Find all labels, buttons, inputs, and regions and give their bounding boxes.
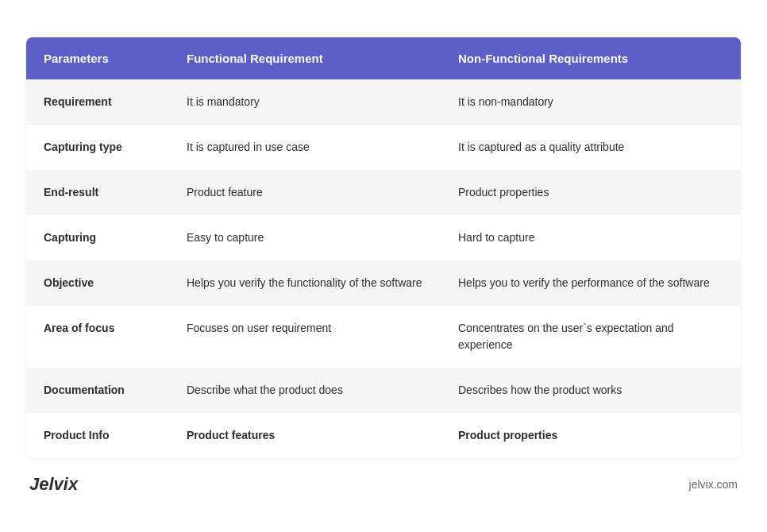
cell-non-functional: It is non-mandatory: [441, 79, 741, 125]
cell-param: Documentation: [26, 368, 169, 413]
cell-non-functional: It is captured as a quality attribute: [441, 125, 741, 170]
page-wrapper: Parameters Functional Requirement Non-Fu…: [26, 37, 741, 495]
cell-functional: Easy to capture: [169, 215, 441, 260]
cell-param: End-result: [26, 170, 169, 215]
col-header-functional: Functional Requirement: [169, 37, 441, 79]
table-row: DocumentationDescribe what the product d…: [26, 368, 741, 413]
cell-param: Objective: [26, 260, 169, 306]
cell-non-functional: Concentrates on the user`s expectation a…: [441, 306, 741, 368]
brand-name: Jelvix: [29, 474, 78, 495]
cell-non-functional: Product properties: [441, 170, 741, 215]
cell-param: Capturing type: [26, 125, 169, 170]
cell-functional: It is mandatory: [169, 79, 441, 125]
table-row: RequirementIt is mandatoryIt is non-mand…: [26, 79, 741, 125]
cell-param: Requirement: [26, 79, 169, 125]
cell-functional: It is captured in use case: [169, 125, 441, 170]
cell-param: Capturing: [26, 215, 169, 260]
col-header-parameters: Parameters: [26, 37, 169, 79]
table-row: Product InfoProduct featuresProduct prop…: [26, 413, 741, 458]
cell-functional: Describe what the product does: [169, 368, 441, 413]
table-row: CapturingEasy to captureHard to capture: [26, 215, 741, 260]
cell-param: Area of focus: [26, 306, 169, 368]
footer-url: jelvix.com: [689, 478, 738, 491]
cell-non-functional: Helps you to verify the performance of t…: [441, 260, 741, 306]
cell-non-functional: Product properties: [441, 413, 741, 458]
col-header-non-functional: Non-Functional Requirements: [441, 37, 741, 79]
cell-non-functional: Describes how the product works: [441, 368, 741, 413]
comparison-table: Parameters Functional Requirement Non-Fu…: [26, 37, 741, 458]
table-header-row: Parameters Functional Requirement Non-Fu…: [26, 37, 741, 79]
table-row: End-resultProduct featureProduct propert…: [26, 170, 741, 215]
table-row: Capturing typeIt is captured in use case…: [26, 125, 741, 170]
cell-functional: Product feature: [169, 170, 441, 215]
table-row: Area of focusFocuses on user requirement…: [26, 306, 741, 368]
table-row: ObjectiveHelps you verify the functional…: [26, 260, 741, 306]
footer: Jelvix jelvix.com: [26, 474, 741, 495]
cell-functional: Product features: [169, 413, 441, 458]
cell-functional: Helps you verify the functionality of th…: [169, 260, 441, 306]
cell-param: Product Info: [26, 413, 169, 458]
cell-non-functional: Hard to capture: [441, 215, 741, 260]
cell-functional: Focuses on user requirement: [169, 306, 441, 368]
